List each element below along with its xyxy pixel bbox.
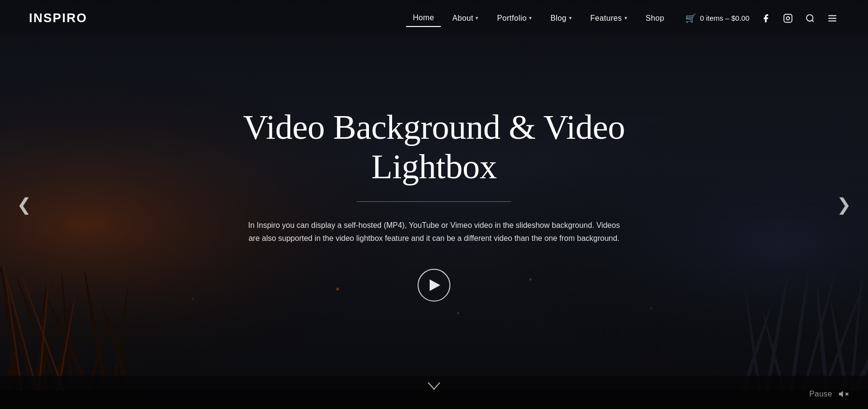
hero-description: In Inspiro you can display a self-hosted… xyxy=(246,219,622,245)
site-logo[interactable]: INSPIRO xyxy=(29,11,87,26)
nav-link-home[interactable]: Home xyxy=(406,10,441,27)
play-button[interactable] xyxy=(418,269,450,302)
pause-button[interactable]: Pause xyxy=(809,390,832,398)
hero-section: INSPIRO Home About ▾ Portfolio ▾ Blog xyxy=(0,0,868,409)
svg-point-44 xyxy=(807,14,813,21)
chevron-down-icon: ▾ xyxy=(475,15,478,21)
nav-link-features[interactable]: Features ▾ xyxy=(583,10,634,26)
nav-item-features[interactable]: Features ▾ xyxy=(583,10,634,26)
mute-button[interactable] xyxy=(838,389,849,399)
search-icon[interactable] xyxy=(803,12,817,25)
svg-marker-49 xyxy=(839,391,843,397)
scroll-down-button[interactable] xyxy=(427,379,441,395)
bottom-controls: Pause xyxy=(809,389,849,399)
social-icons xyxy=(759,12,839,25)
instagram-icon[interactable] xyxy=(781,12,795,25)
svg-rect-42 xyxy=(784,14,792,22)
play-icon xyxy=(430,279,440,291)
menu-icon[interactable] xyxy=(826,12,839,25)
facebook-icon[interactable] xyxy=(759,12,773,25)
nav-item-portfolio[interactable]: Portfolio ▾ xyxy=(490,10,539,26)
nav-item-blog[interactable]: Blog ▾ xyxy=(543,10,579,26)
svg-line-45 xyxy=(812,20,814,22)
hero-divider xyxy=(357,201,511,202)
chevron-down-icon: ▾ xyxy=(569,15,572,21)
prev-arrow[interactable]: ❮ xyxy=(10,190,39,219)
nav-link-blog[interactable]: Blog ▾ xyxy=(543,10,579,26)
next-arrow[interactable]: ❯ xyxy=(829,190,858,219)
hero-content: Video Background & Video Lightbox In Ins… xyxy=(217,107,651,302)
nav-right-actions: 🛒 0 items – $0.00 xyxy=(685,12,839,25)
cart-label: 0 items – $0.00 xyxy=(700,14,749,22)
chevron-down-icon: ▾ xyxy=(529,15,532,21)
chevron-down-icon: ▾ xyxy=(624,15,627,21)
cart-icon: 🛒 xyxy=(685,13,696,24)
cart-button[interactable]: 🛒 0 items – $0.00 xyxy=(685,13,749,24)
nav-item-home[interactable]: Home xyxy=(406,10,441,27)
hero-title: Video Background & Video Lightbox xyxy=(217,107,651,187)
navbar: INSPIRO Home About ▾ Portfolio ▾ Blog xyxy=(0,0,868,36)
nav-link-portfolio[interactable]: Portfolio ▾ xyxy=(490,10,539,26)
nav-menu: Home About ▾ Portfolio ▾ Blog ▾ xyxy=(406,10,671,27)
nav-item-about[interactable]: About ▾ xyxy=(446,10,486,26)
nav-link-about[interactable]: About ▾ xyxy=(446,10,486,26)
nav-link-shop[interactable]: Shop xyxy=(639,10,671,26)
nav-item-shop[interactable]: Shop xyxy=(639,10,671,26)
